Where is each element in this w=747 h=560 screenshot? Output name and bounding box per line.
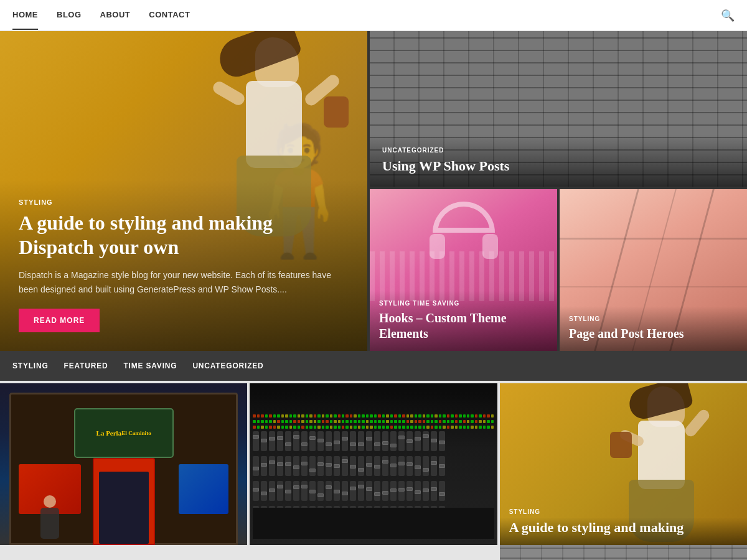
hero-main-overlay: STYLING A guide to styling and making Di… <box>0 180 367 351</box>
tabs-bar: STYLING FEATURED TIME SAVING UNCATEGORIZ… <box>0 351 747 381</box>
styling-card-overlay: STYLING A guide to styling and making <box>500 499 747 546</box>
top-right-category: UNCATEGORIZED <box>382 147 735 154</box>
page-post-category: STYLING <box>569 315 738 322</box>
la-perla-card[interactable]: La PerlaEl Caminito <box>0 383 247 545</box>
cards-section: La PerlaEl Caminito // We'll genera <box>0 381 747 545</box>
shop-sign: La PerlaEl Caminito <box>74 408 174 458</box>
nav-links: HOME BLOG ABOUT CONTACT <box>12 1 721 30</box>
cards-second-row <box>0 545 747 560</box>
la-perla-background: La PerlaEl Caminito <box>0 383 247 545</box>
knobs-row <box>253 508 494 539</box>
hero-bottom-right: STYLING TIME SAVING Hooks – Custom Theme… <box>370 189 747 351</box>
hooks-overlay: STYLING TIME SAVING Hooks – Custom Theme… <box>370 291 557 351</box>
person-small <box>31 495 68 545</box>
main-nav: HOME BLOG ABOUT CONTACT 🔍 <box>0 0 747 31</box>
top-right-title: Using WP Show Posts <box>382 157 735 175</box>
nav-home[interactable]: HOME <box>12 1 38 30</box>
styling-card-category: STYLING <box>509 508 738 515</box>
tab-time-saving[interactable]: TIME SAVING <box>123 358 177 373</box>
hero-top-right-card[interactable]: UNCATEGORIZED Using WP Show Posts <box>370 31 747 187</box>
hero-grid: 🧍 STYLING A guide to styling and making <box>0 31 747 351</box>
hooks-category: STYLING TIME SAVING <box>379 300 548 307</box>
hero-main-category: STYLING <box>19 198 349 206</box>
nav-about[interactable]: ABOUT <box>100 1 131 30</box>
styling-girl-card[interactable]: STYLING A guide to styling and making <box>500 383 747 545</box>
fader-section <box>253 414 494 508</box>
hero-main-title: A guide to styling and making Dispatch y… <box>19 211 349 259</box>
tab-uncategorized[interactable]: UNCATEGORIZED <box>192 358 263 373</box>
page-post-title: Page and Post Heroes <box>569 326 738 342</box>
styling-card-title: A guide to styling and making <box>509 519 738 536</box>
hero-main-excerpt: Dispatch is a Magazine style blog for yo… <box>19 268 349 296</box>
top-right-overlay: UNCATEGORIZED Using WP Show Posts <box>370 134 747 187</box>
nav-blog[interactable]: BLOG <box>57 1 82 30</box>
bricks-small-card[interactable] <box>500 545 747 560</box>
mixing-board-card[interactable]: // We'll generate dots in JS below <box>250 383 497 545</box>
tab-featured[interactable]: FEATURED <box>64 358 108 373</box>
nav-contact[interactable]: CONTACT <box>149 1 190 30</box>
mixer-background: // We'll generate dots in JS below <box>250 383 497 545</box>
hooks-title: Hooks – Custom Theme Elements <box>379 310 548 342</box>
page-post-overlay: STYLING Page and Post Heroes <box>560 306 747 351</box>
read-more-button[interactable]: READ MORE <box>19 309 100 332</box>
hero-main-card[interactable]: 🧍 STYLING A guide to styling and making <box>0 31 367 351</box>
search-icon[interactable]: 🔍 <box>721 9 735 22</box>
tab-styling[interactable]: STYLING <box>12 358 49 373</box>
page-post-card[interactable]: STYLING Page and Post Heroes <box>560 189 747 351</box>
hooks-card[interactable]: STYLING TIME SAVING Hooks – Custom Theme… <box>370 189 557 351</box>
bricks-small-background <box>500 545 747 560</box>
